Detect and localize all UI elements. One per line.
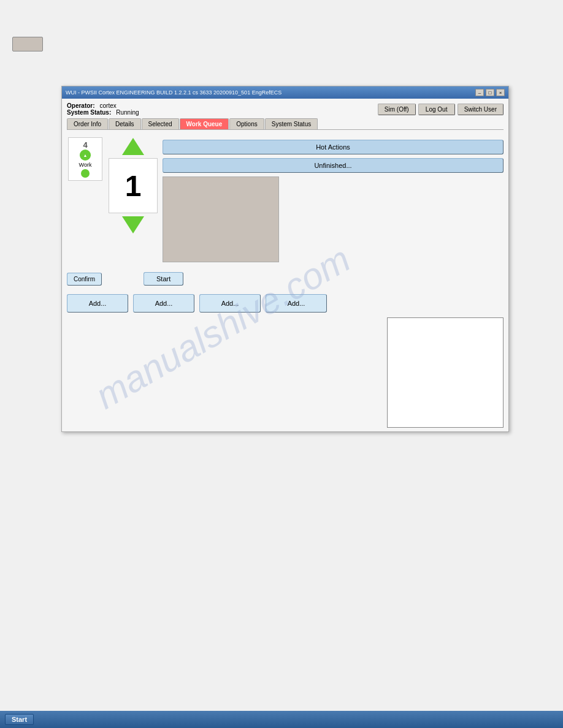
queue-item: 4 ▲ Work [68,137,102,181]
window-content: Operator: cortex System Status: Running … [62,99,508,431]
tab-bar: Order Info Details Selected Work Queue O… [67,118,504,130]
add-button-1[interactable]: Add... [67,294,128,313]
system-status-row: System Status: Running [67,109,139,116]
header-row: Operator: cortex System Status: Running … [67,102,504,116]
work-label: Work [79,162,92,168]
bottom-actions: Confirm Start [67,270,504,288]
header-buttons: Sim (Off) Log Out Switch User [378,104,504,115]
work-circle-icon: ▲ [80,150,91,161]
main-area: 4 ▲ Work 1 [67,135,504,265]
tab-order-info[interactable]: Order Info [67,118,108,129]
tab-work-queue[interactable]: Work Queue [180,118,229,129]
system-status-label: System Status: [67,109,111,116]
logout-button[interactable]: Log Out [418,104,455,115]
arrow-up-button[interactable] [121,137,145,156]
close-button[interactable]: × [496,89,505,96]
hot-actions-button[interactable]: Hot Actions [163,140,504,154]
bottom-taskbar: Start [0,711,563,728]
work-small-circle-icon [81,169,90,178]
white-display-box [387,317,504,428]
operator-row: Operator: cortex [67,102,139,109]
minimize-button[interactable]: – [475,89,484,96]
center-panel: 1 [109,137,158,262]
arrow-down-icon [122,216,144,233]
current-number-box: 1 [109,158,158,213]
operator-value: cortex [100,102,117,109]
unfinished-button[interactable]: Unfinished... [163,158,504,173]
start-menu-button[interactable]: Start [5,714,34,725]
add-buttons-row: Add... Add... Add... Add... [67,294,504,313]
operator-label: Operator: [67,102,95,109]
sim-button[interactable]: Sim (Off) [378,104,416,115]
add-button-4[interactable]: Add... [266,294,327,313]
title-bar: WUI - PWSII Cortex ENGINEERING BUILD 1.2… [62,86,508,99]
app-window: WUI - PWSII Cortex ENGINEERING BUILD 1.2… [61,86,509,432]
left-panel: 4 ▲ Work [67,137,104,262]
queue-number: 4 [83,140,87,150]
operator-info: Operator: cortex System Status: Running [67,102,139,116]
title-bar-controls: – □ × [475,89,505,96]
title-bar-text: WUI - PWSII Cortex ENGINEERING BUILD 1.2… [66,89,282,96]
tab-options[interactable]: Options [229,118,264,129]
actions-panel: Hot Actions Unfinished... [163,140,504,173]
add-button-2[interactable]: Add... [133,294,194,313]
arrow-up-icon [122,138,144,155]
gray-display-box [163,176,279,262]
tab-selected[interactable]: Selected [142,118,179,129]
work-icon: ▲ Work [79,150,92,178]
switch-user-button[interactable]: Switch User [458,104,504,115]
restore-button[interactable]: □ [486,89,494,96]
right-panel: Hot Actions Unfinished... [163,137,504,262]
start-button[interactable]: Start [144,272,183,286]
arrow-down-button[interactable] [121,216,145,234]
taskbar-app-btn[interactable] [12,37,43,51]
white-box-container [67,315,504,428]
tab-system-status[interactable]: System Status [265,118,318,129]
confirm-button[interactable]: Confirm [67,273,102,286]
system-status-value: Running [116,109,139,116]
tab-details[interactable]: Details [109,118,141,129]
add-button-3[interactable]: Add... [199,294,261,313]
current-number: 1 [125,169,142,203]
